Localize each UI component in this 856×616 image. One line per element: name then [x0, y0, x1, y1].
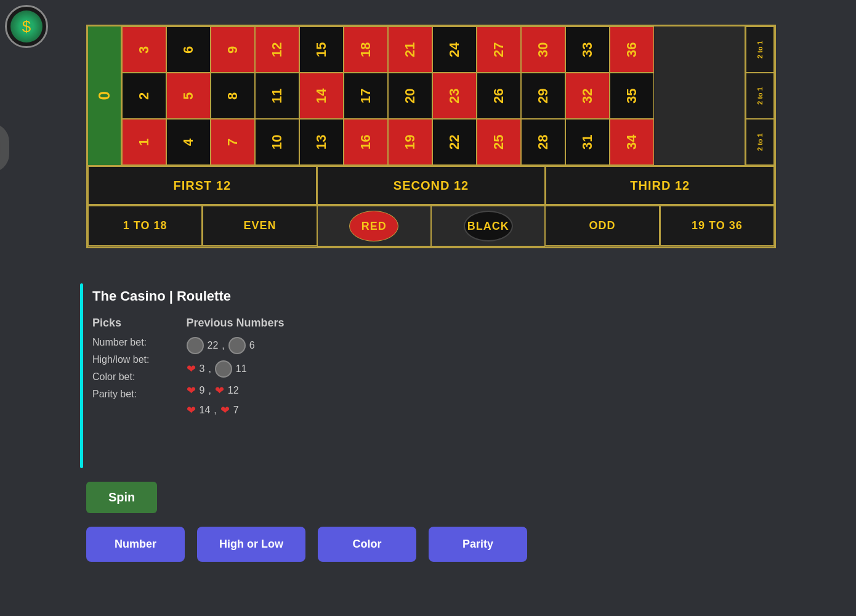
prev-7: 7	[233, 405, 239, 416]
num-32[interactable]: 32	[565, 73, 610, 119]
num-21[interactable]: 21	[388, 26, 432, 73]
1-to-18-bet[interactable]: 1 TO 18	[88, 206, 202, 246]
prev-3: 3	[200, 363, 205, 375]
prev-numbers-heading: Previous Numbers	[187, 317, 285, 330]
two-to-one-bot[interactable]: 2 to 1	[746, 119, 774, 165]
black-bet[interactable]: BLACK	[464, 211, 513, 241]
color-bet-label: Color bet:	[92, 371, 135, 383]
num-2[interactable]: 2	[122, 73, 166, 119]
prev-6: 6	[249, 340, 255, 351]
prev-9: 9	[200, 385, 205, 396]
number-bet-prev: 22 , 6	[187, 337, 285, 354]
accent-bar	[80, 283, 83, 468]
chip-11	[215, 360, 232, 378]
red-bet-wrapper[interactable]: RED	[317, 206, 431, 246]
num-28[interactable]: 28	[521, 119, 565, 165]
num-17[interactable]: 17	[344, 73, 388, 119]
parity-bet-button[interactable]: Parity	[429, 527, 527, 562]
prev-numbers-column: Previous Numbers 22 , 6 ❤ 3 , 11 ❤ 9	[187, 317, 285, 423]
num-25[interactable]: 25	[477, 119, 521, 165]
num-16[interactable]: 16	[344, 119, 388, 165]
logo: $	[5, 5, 48, 48]
num-27[interactable]: 27	[477, 26, 521, 73]
dozens-row: FIRST 12 SECOND 12 THIRD 12	[88, 165, 774, 205]
picks-heading: Picks	[92, 317, 150, 330]
parity-bet-row: Parity bet:	[92, 389, 150, 400]
parity-bet-label: Parity bet:	[92, 389, 137, 400]
heart-3: ❤	[187, 362, 196, 376]
number-bet-button[interactable]: Number	[86, 527, 185, 562]
num-34[interactable]: 34	[610, 119, 654, 165]
two-to-one-column: 2 to 1 2 to 1 2 to 1	[745, 26, 774, 165]
second-12-bet[interactable]: SECOND 12	[317, 166, 546, 205]
third-12-bet[interactable]: THIRD 12	[545, 166, 774, 205]
red-bet[interactable]: RED	[349, 211, 398, 241]
highlow-bet-button[interactable]: High or Low	[197, 527, 305, 562]
num-31[interactable]: 31	[565, 119, 610, 165]
num-12[interactable]: 12	[255, 26, 299, 73]
zero-cell[interactable]: 0	[95, 91, 114, 100]
casino-title: The Casino | Roulette	[92, 288, 285, 304]
num-36[interactable]: 36	[610, 26, 654, 73]
prev-14: 14	[200, 405, 211, 416]
num-29[interactable]: 29	[521, 73, 565, 119]
spin-button[interactable]: Spin	[86, 482, 157, 513]
prev-12: 12	[228, 385, 239, 396]
color-bet-row: Color bet:	[92, 371, 150, 383]
num-33[interactable]: 33	[565, 26, 610, 73]
comma-3: ,	[208, 385, 211, 396]
number-row-top: 3 6 9 12 15 18 21 24 27 30 33 36	[122, 26, 745, 73]
black-bet-wrapper[interactable]: BLACK	[431, 206, 545, 246]
num-24[interactable]: 24	[432, 26, 477, 73]
heart-14: ❤	[187, 403, 196, 417]
bottom-bets-row: 1 TO 18 EVEN RED BLACK ODD 19 TO 36	[88, 205, 774, 246]
num-11[interactable]: 11	[255, 73, 299, 119]
num-14[interactable]: 14	[299, 73, 344, 119]
number-grid: 0 3 6 9 12 15 18 21 24 27 30 33 36	[88, 26, 774, 165]
highlow-bet-row: High/low bet:	[92, 354, 150, 365]
roulette-table: 0 3 6 9 12 15 18 21 24 27 30 33 36	[86, 25, 776, 248]
info-section: The Casino | Roulette Picks Number bet: …	[92, 288, 285, 423]
comma-4: ,	[214, 405, 216, 416]
num-35[interactable]: 35	[610, 73, 654, 119]
numbers-area: 3 6 9 12 15 18 21 24 27 30 33 36 2 5	[122, 26, 745, 165]
num-15[interactable]: 15	[299, 26, 344, 73]
num-3[interactable]: 3	[122, 26, 166, 73]
odd-bet[interactable]: ODD	[545, 206, 659, 246]
logo-symbol: $	[10, 10, 42, 43]
num-20[interactable]: 20	[388, 73, 432, 119]
num-26[interactable]: 26	[477, 73, 521, 119]
num-10[interactable]: 10	[255, 119, 299, 165]
num-5[interactable]: 5	[166, 73, 211, 119]
side-decoration	[0, 123, 9, 172]
num-22[interactable]: 22	[432, 119, 477, 165]
two-to-one-top[interactable]: 2 to 1	[746, 26, 774, 73]
first-12-bet[interactable]: FIRST 12	[88, 166, 317, 205]
num-7[interactable]: 7	[211, 119, 255, 165]
num-6[interactable]: 6	[166, 26, 211, 73]
picks-section: Picks Number bet: High/low bet: Color be…	[92, 317, 285, 423]
color-bet-button[interactable]: Color	[318, 527, 416, 562]
19-to-36-bet[interactable]: 19 TO 36	[660, 206, 774, 246]
comma-1: ,	[222, 340, 224, 351]
zero-column[interactable]: 0	[88, 26, 122, 165]
number-row-bot: 1 4 7 10 13 16 19 22 25 28 31 34	[122, 119, 745, 165]
num-18[interactable]: 18	[344, 26, 388, 73]
highlow-bet-prev: ❤ 3 , 11	[187, 360, 285, 378]
even-bet[interactable]: EVEN	[202, 206, 317, 246]
num-30[interactable]: 30	[521, 26, 565, 73]
num-4[interactable]: 4	[166, 119, 211, 165]
num-9[interactable]: 9	[211, 26, 255, 73]
num-1[interactable]: 1	[122, 119, 166, 165]
two-to-one-mid[interactable]: 2 to 1	[746, 73, 774, 119]
num-8[interactable]: 8	[211, 73, 255, 119]
num-23[interactable]: 23	[432, 73, 477, 119]
number-bet-row: Number bet:	[92, 337, 150, 348]
heart-9: ❤	[187, 384, 196, 397]
number-row-mid: 2 5 8 11 14 17 20 23 26 29 32 35	[122, 73, 745, 119]
chip-6	[228, 337, 246, 354]
parity-bet-prev: ❤ 14 , ❤ 7	[187, 403, 285, 417]
num-19[interactable]: 19	[388, 119, 432, 165]
num-13[interactable]: 13	[299, 119, 344, 165]
prev-22: 22	[208, 340, 219, 351]
